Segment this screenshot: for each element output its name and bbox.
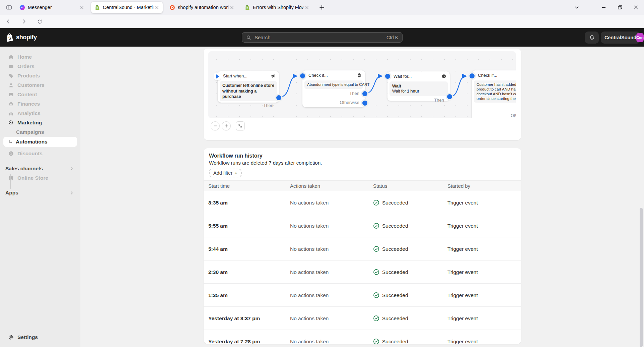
- sidebar-label: Products: [17, 73, 40, 79]
- run-status: Succeeded: [373, 261, 408, 284]
- restore-icon: [618, 5, 622, 10]
- run-start-time: 5:55 am: [208, 214, 228, 237]
- sidebar-item-content[interactable]: Content: [0, 90, 80, 99]
- sidebar-item-customers[interactable]: Customers: [0, 80, 80, 90]
- tab-title: CentralSound · Marketing · Aba: [103, 5, 153, 10]
- tab-close-icon[interactable]: [228, 4, 235, 11]
- store-account-button[interactable]: CentralSound Cen: [601, 32, 640, 44]
- workflow-canvas[interactable]: Start when... Customer left online store…: [208, 51, 516, 118]
- trigger-play-icon: [214, 73, 221, 80]
- run-actions: No actions taken: [290, 261, 329, 284]
- plus-icon: [224, 124, 228, 128]
- store-name: CentralSound: [604, 35, 636, 40]
- status-label: Succeeded: [382, 200, 408, 206]
- reload-button[interactable]: [34, 17, 45, 26]
- add-filter-button[interactable]: Add filter +: [209, 169, 242, 177]
- tab-close-icon[interactable]: [78, 4, 85, 11]
- node-body-text: Customer left online store without makin…: [220, 81, 277, 101]
- sidebar-label: Online Store: [17, 175, 48, 181]
- sidebar-item-automations[interactable]: Automations: [3, 137, 77, 147]
- table-row[interactable]: Yesterday at 8:37 pm No actions taken Su…: [204, 307, 521, 330]
- restore-button[interactable]: [613, 3, 627, 12]
- global-search[interactable]: Ctrl K: [242, 32, 403, 43]
- clipboard-check-icon: [357, 73, 362, 78]
- flow-node-wait[interactable]: Wait for... Wait Wait for 1 hour Then: [387, 71, 450, 101]
- sidebar-label: Discounts: [17, 151, 43, 157]
- new-tab-button[interactable]: [317, 3, 326, 11]
- sidebar-item-orders[interactable]: Orders: [0, 62, 80, 71]
- shopify-favicon: S: [244, 5, 250, 10]
- sidebar-item-home[interactable]: Home: [0, 52, 80, 62]
- tab-shopify-flow-errors[interactable]: S Errors with Shopify Flow run his: [241, 2, 313, 13]
- then-output-dot[interactable]: [276, 95, 281, 100]
- input-dot[interactable]: [385, 74, 390, 79]
- chevron-down-icon: [574, 5, 579, 10]
- search-input[interactable]: [255, 35, 386, 40]
- column-start-time: Start time: [208, 181, 230, 191]
- input-dot[interactable]: [470, 73, 475, 78]
- sidebar-item-products[interactable]: Products: [0, 71, 80, 80]
- column-actions-taken: Actions taken: [290, 181, 320, 191]
- fit-to-screen-button[interactable]: [236, 121, 245, 130]
- sidebar-sub-connector: [10, 174, 11, 189]
- zoom-out-button[interactable]: [211, 121, 220, 130]
- run-started-by: Trigger event: [447, 261, 478, 284]
- sidebar-item-finances[interactable]: Finances: [0, 99, 80, 109]
- minimize-icon: [601, 5, 606, 10]
- sidebar-item-discounts[interactable]: Discounts: [0, 149, 80, 158]
- home-icon: [8, 54, 14, 60]
- tab-close-icon[interactable]: [153, 4, 160, 11]
- then-output-dot[interactable]: [447, 94, 452, 99]
- forward-button[interactable]: [19, 17, 29, 26]
- sidebar-item-analytics[interactable]: Analytics: [0, 109, 80, 118]
- close-window-button[interactable]: [629, 3, 643, 12]
- sidebar-item-settings[interactable]: Settings: [0, 332, 80, 342]
- zoom-in-button[interactable]: [222, 121, 231, 130]
- table-row[interactable]: 5:44 am No actions taken Succeeded Trigg…: [204, 237, 521, 261]
- run-start-time: 5:44 am: [208, 237, 228, 261]
- scrollbar-thumb[interactable]: [640, 208, 643, 347]
- section-label: Apps: [5, 190, 18, 196]
- shopify-favicon: S: [94, 5, 100, 10]
- browser-tab-bar: Messenger S CentralSound · Marketing · A…: [0, 0, 644, 15]
- branch-then-label: Then: [302, 89, 365, 98]
- history-title: Workflow run history: [204, 148, 521, 159]
- add-filter-label: Add filter: [213, 170, 232, 176]
- flow-node-condition[interactable]: Check if... Abandonment type is equal to…: [302, 70, 365, 107]
- minimize-button[interactable]: [597, 3, 611, 12]
- sidebar-item-marketing[interactable]: Marketing: [0, 118, 80, 127]
- sidebar-label: Marketing: [17, 120, 42, 126]
- sidebar-section-apps[interactable]: Apps: [0, 188, 80, 197]
- firefox-view-button[interactable]: [4, 3, 14, 11]
- tab-automation-workflow[interactable]: shopify automation workflow ru: [166, 2, 238, 13]
- flow-node-condition-2[interactable]: Check if... Customer hasn't added anothe…: [472, 70, 516, 118]
- marketing-target-icon: [8, 120, 14, 126]
- run-start-time: Yesterday at 7:28 pm: [208, 330, 260, 344]
- flow-node-trigger[interactable]: Start when... Customer left online store…: [218, 71, 279, 103]
- then-output-dot[interactable]: [362, 91, 367, 96]
- tab-centralsound-marketing[interactable]: S CentralSound · Marketing · Aba: [91, 2, 163, 13]
- back-button[interactable]: [3, 17, 13, 26]
- shopify-top-bar: S shopify Ctrl K CentralSound Cen: [0, 28, 644, 47]
- orders-icon: [8, 63, 14, 69]
- tab-close-icon[interactable]: [303, 4, 310, 11]
- run-start-time: Yesterday at 8:37 pm: [208, 307, 260, 330]
- otherwise-output-dot[interactable]: [362, 101, 367, 106]
- run-status: Succeeded: [373, 237, 408, 261]
- success-check-icon: [373, 315, 379, 322]
- table-row[interactable]: 8:35 am No actions taken Succeeded Trigg…: [204, 191, 521, 214]
- table-row[interactable]: Yesterday at 7:28 pm No actions taken Su…: [204, 330, 521, 344]
- sidebar-item-online-store[interactable]: Online Store: [0, 173, 80, 183]
- input-dot[interactable]: [300, 73, 305, 78]
- sidebar-item-campaigns[interactable]: Campaigns: [0, 127, 80, 137]
- table-header-row: Start time Actions taken Status Started …: [204, 180, 521, 191]
- tab-list-button[interactable]: [570, 3, 583, 12]
- history-subtitle: Workflow runs are deleted 7 days after c…: [204, 159, 521, 166]
- table-row[interactable]: 1:35 am No actions taken Succeeded Trigg…: [204, 284, 521, 307]
- notifications-button[interactable]: [585, 32, 599, 44]
- tab-messenger[interactable]: Messenger: [16, 2, 88, 13]
- forward-icon: [21, 18, 27, 24]
- sidebar-section-sales-channels[interactable]: Sales channels: [0, 164, 80, 173]
- table-row[interactable]: 2:30 am No actions taken Succeeded Trigg…: [204, 261, 521, 284]
- table-row[interactable]: 5:55 am No actions taken Succeeded Trigg…: [204, 214, 521, 237]
